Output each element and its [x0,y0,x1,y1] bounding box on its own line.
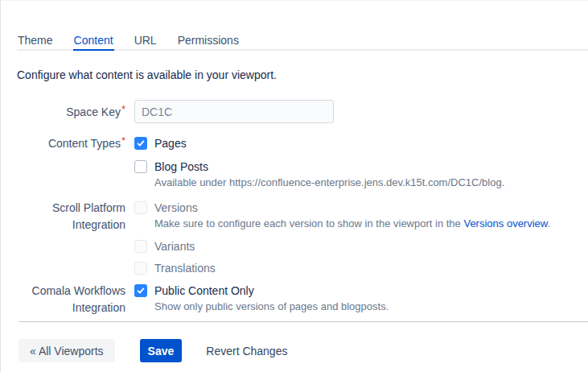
tab-content[interactable]: Content [73,34,114,51]
public-content-only-description: Show only public versions of pages and b… [154,300,588,313]
form-row-comala-workflows: Comala Workflows Integration Public Cont… [1,283,588,316]
form-row-space-key: Space Key* [1,100,588,123]
checkbox-blog-posts[interactable]: Blog Posts [134,159,588,175]
versions-overview-link[interactable]: Versions overview [463,217,547,229]
space-key-label-text: Space Key [66,105,121,118]
checkbox-checked-icon [134,137,147,150]
footer-divider [19,321,588,322]
required-asterisk: * [121,134,125,147]
versions-description: Make sure to configure each version to s… [154,217,588,230]
revert-changes-button[interactable]: Revert Changes [206,339,287,362]
checkbox-variants: Variants [134,238,588,254]
space-key-label: Space Key* [1,100,125,121]
form-row-content-types: Content Types* Pages Blog Posts Availabl… [1,135,588,189]
versions-description-text: Make sure to configure each version to s… [154,217,463,229]
checkbox-disabled-icon [134,201,147,214]
checkbox-translations-label: Translations [154,260,216,276]
checkbox-versions-label: Versions [154,200,198,216]
checkbox-pages-label: Pages [154,135,187,151]
content-types-label: Content Types* [1,135,125,152]
checkbox-disabled-icon [134,262,147,275]
tab-bar: Theme Content URL Permissions [17,34,588,51]
viewport-settings-panel: Theme Content URL Permissions Configure … [0,0,588,372]
required-asterisk: * [121,103,125,115]
versions-description-suffix: . [548,217,551,229]
blog-posts-description: Available under https://confluence-enter… [154,176,588,189]
save-button[interactable]: Save [140,339,183,362]
checkbox-blog-posts-label: Blog Posts [154,159,208,175]
checkbox-checked-icon [134,284,147,297]
checkbox-pages[interactable]: Pages [134,135,588,151]
checkbox-public-content-only[interactable]: Public Content Only [134,283,588,299]
tab-theme[interactable]: Theme [17,34,54,51]
footer-actions: « All Viewports Save Revert Changes [19,339,588,362]
intro-text: Configure what content is available in y… [17,68,572,82]
scroll-platform-label: Scroll Platform Integration [1,200,125,234]
checkbox-disabled-icon [134,240,147,253]
space-key-input [134,100,334,123]
checkbox-versions: Versions [134,200,588,216]
checkbox-translations: Translations [134,260,588,276]
content-types-label-text: Content Types [48,137,121,150]
tab-permissions[interactable]: Permissions [177,34,240,51]
checkbox-variants-label: Variants [154,238,195,254]
comala-workflows-label: Comala Workflows Integration [1,283,125,316]
tab-url[interactable]: URL [134,34,158,51]
all-viewports-button[interactable]: « All Viewports [19,339,115,362]
checkbox-unchecked-icon [134,160,147,173]
content-settings-form: Space Key* Content Types* Pages [1,100,588,316]
form-row-scroll-platform: Scroll Platform Integration Versions Mak… [1,200,588,276]
checkbox-public-content-only-label: Public Content Only [154,283,254,299]
